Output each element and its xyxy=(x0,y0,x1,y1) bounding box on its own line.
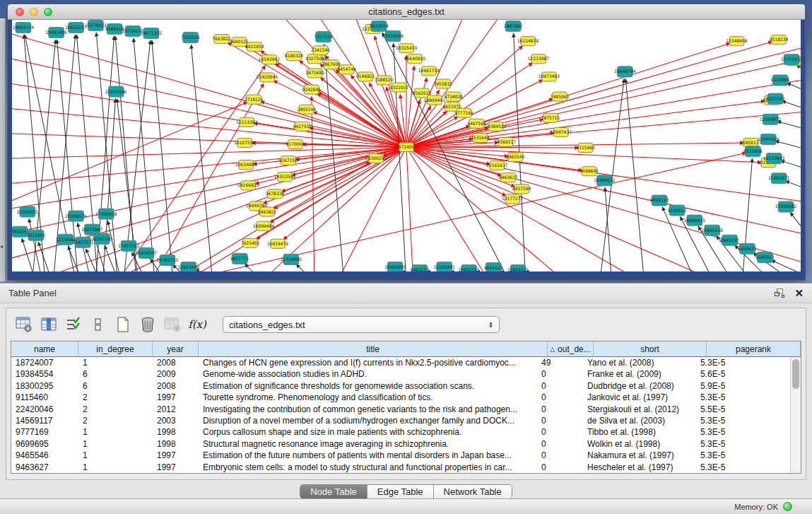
graph-node[interactable]: 24055724 xyxy=(13,23,35,33)
graph-node[interactable]: 7875715 xyxy=(541,113,560,122)
graph-node[interactable]: 8945232 xyxy=(720,235,739,245)
table-selector-dropdown[interactable]: citations_edges.txt ▲▼ xyxy=(223,316,500,333)
graph-node[interactable]: 12213987 xyxy=(528,54,550,64)
graph-node[interactable]: 25266055 xyxy=(17,206,39,217)
graph-node[interactable]: 16899415 xyxy=(684,215,706,226)
table-row[interactable]: 1456911722003Disruption of a novel membe… xyxy=(11,415,790,426)
graph-node[interactable]: 16154838 xyxy=(517,37,539,46)
graph-node[interactable]: 15992071 xyxy=(768,173,790,184)
graph-node[interactable]: 7625402 xyxy=(241,238,260,247)
graph-node[interactable]: 16958107 xyxy=(136,247,158,258)
tab-node-table[interactable]: Node Table xyxy=(300,485,367,498)
graph-node[interactable]: 16210643 xyxy=(763,153,785,164)
graph-node[interactable]: 12093872 xyxy=(760,114,782,124)
graph-node[interactable]: 9170041 xyxy=(286,139,305,148)
column-header-in_degree[interactable]: in_degree xyxy=(78,341,153,356)
table-row[interactable]: 911546021997Tourette syndrome. Phenomeno… xyxy=(11,392,790,403)
graph-node[interactable]: 10047437 xyxy=(551,127,572,136)
graph-node[interactable]: 21053346 xyxy=(105,86,127,97)
graph-node[interactable]: 7515526 xyxy=(181,33,200,43)
table-row[interactable]: 946554611997Estimation of the future num… xyxy=(11,450,790,461)
graph-node[interactable]: 16409552 xyxy=(594,175,616,186)
close-window-icon[interactable] xyxy=(16,8,24,16)
close-panel-icon[interactable]: ✕ xyxy=(794,288,804,298)
graph-node[interactable]: 7663822 xyxy=(212,35,231,44)
table-row[interactable]: 1872400712008Changes of HCN gene express… xyxy=(11,357,790,368)
graph-node[interactable]: 9857771 xyxy=(230,253,249,264)
scrollbar-thumb[interactable] xyxy=(792,359,799,389)
graph-node[interactable]: 9777169 xyxy=(454,108,473,117)
graph-node[interactable]: 7955812 xyxy=(433,79,452,88)
graph-node[interactable]: 15276023 xyxy=(85,21,107,31)
graph-node[interactable]: 9115460 xyxy=(576,143,595,152)
graph-node[interactable]: 18724007 xyxy=(396,142,418,151)
panel-collapse-arrow-icon[interactable]: ◂ xyxy=(0,243,3,250)
column-header-title[interactable]: title xyxy=(199,341,548,356)
graph-node[interactable]: 3915941 xyxy=(27,230,46,240)
graph-node[interactable]: 2887682 xyxy=(504,21,523,32)
delete-table-icon[interactable] xyxy=(163,315,182,334)
graph-node[interactable]: 19218506 xyxy=(382,31,404,42)
graph-node[interactable]: 7357224 xyxy=(314,32,333,42)
float-panel-icon[interactable] xyxy=(775,288,784,298)
graph-node[interactable]: 15716485 xyxy=(281,254,302,264)
graph-node[interactable]: 18300295 xyxy=(365,154,387,163)
graph-node[interactable]: 5678334 xyxy=(266,189,285,199)
graph-node[interactable]: 10654985 xyxy=(235,160,257,170)
graph-node[interactable]: 15751074 xyxy=(781,54,801,65)
graph-node[interactable]: 16961758 xyxy=(418,66,440,76)
validate-rows-icon[interactable] xyxy=(64,315,83,334)
graph-node[interactable]: 17810582 xyxy=(775,201,797,212)
graph-node[interactable]: 17359928 xyxy=(95,209,117,219)
graph-node[interactable]: 6497568 xyxy=(467,119,486,128)
graph-node[interactable]: 8454749 xyxy=(337,65,356,74)
graph-node[interactable]: 10107554 xyxy=(234,138,256,147)
graph-node[interactable]: 5675685 xyxy=(305,69,324,78)
memory-status-indicator[interactable] xyxy=(783,502,792,511)
table-row[interactable]: 1938455462009Genome-wide association stu… xyxy=(11,368,790,380)
column-header-out_de[interactable]: △out_de... xyxy=(548,341,594,356)
graph-node[interactable]: 10952215 xyxy=(458,264,480,271)
function-builder-icon[interactable]: f(x) xyxy=(188,315,206,334)
graph-node[interactable]: 2531644 xyxy=(471,133,490,142)
graph-node[interactable]: 9227343 xyxy=(766,93,785,104)
graph-node[interactable]: 8186328 xyxy=(285,52,304,61)
graph-node[interactable]: 9463627 xyxy=(499,173,518,182)
graph-node[interactable]: 12923448 xyxy=(177,262,199,271)
graph-node[interactable]: 9699695 xyxy=(579,167,599,176)
graph-node[interactable]: 9427552 xyxy=(293,122,312,131)
graph-node[interactable]: 2718126 xyxy=(245,95,264,104)
graph-node[interactable]: 11205841 xyxy=(434,262,456,271)
graph-node[interactable]: 20691406 xyxy=(45,28,67,38)
graph-node[interactable]: 14671355 xyxy=(141,28,163,39)
column-header-short[interactable]: short xyxy=(594,341,707,356)
column-header-pagerank[interactable]: pagerank xyxy=(707,341,801,356)
graph-node[interactable]: 12444159 xyxy=(758,134,779,144)
graph-node[interactable]: 10495418 xyxy=(701,225,723,235)
control-panel-edge[interactable]: ◂ xyxy=(0,18,6,281)
graph-node[interactable]: 14569117 xyxy=(495,137,517,146)
graph-node[interactable]: 9493822 xyxy=(258,207,277,216)
graph-node[interactable]: 8813054 xyxy=(370,21,389,32)
graph-node[interactable]: 16914479 xyxy=(267,239,289,248)
table-vertical-scrollbar[interactable] xyxy=(790,357,801,473)
graph-node[interactable]: 22420046 xyxy=(257,73,278,82)
graph-node[interactable]: 12161637 xyxy=(486,161,508,170)
graph-node[interactable]: 16648794 xyxy=(614,66,636,77)
graph-node[interactable]: 9267150 xyxy=(279,156,298,165)
graph-node[interactable]: 12845521 xyxy=(507,264,529,271)
graph-node[interactable]: 16782753 xyxy=(157,255,179,265)
graph-node[interactable]: 9245012 xyxy=(668,205,687,216)
table-settings-icon[interactable] xyxy=(15,315,33,334)
graph-node[interactable]: 19166825 xyxy=(237,181,259,190)
graph-node[interactable]: 8466160 xyxy=(105,24,124,35)
graph-node[interactable]: 10465901 xyxy=(384,262,406,271)
tab-network-table[interactable]: Network Table xyxy=(434,485,512,498)
graph-node[interactable]: 8322037 xyxy=(390,83,409,92)
graph-node[interactable]: 14353594 xyxy=(274,173,296,182)
minimize-window-icon[interactable] xyxy=(30,8,38,16)
column-header-year[interactable]: year xyxy=(153,341,199,356)
graph-node[interactable]: 16640910 xyxy=(404,54,426,64)
delete-rows-icon[interactable] xyxy=(139,315,157,334)
graph-node[interactable]: 9450123 xyxy=(650,195,669,206)
